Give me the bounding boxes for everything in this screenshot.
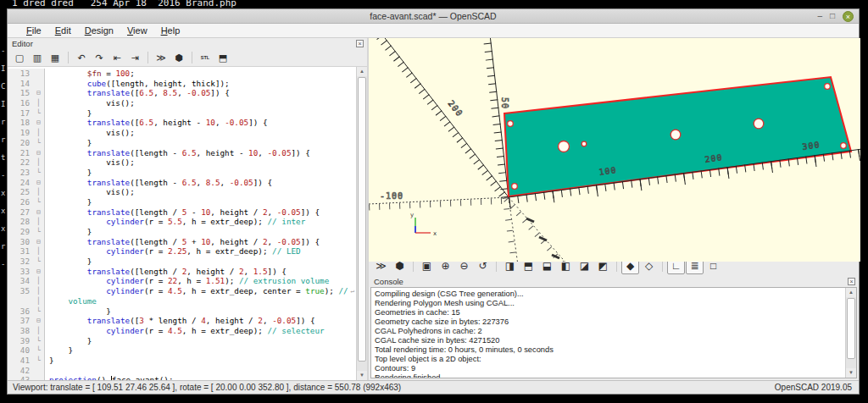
code-line[interactable]: 14 cube([length, height, thick]); <box>8 79 356 89</box>
code-text: $fn = 100; <box>45 69 135 79</box>
code-line[interactable]: 32└ } <box>8 257 356 267</box>
fold-marker: └ <box>33 138 45 148</box>
code-text: } <box>45 336 92 346</box>
code-line[interactable]: 20└ } <box>8 138 356 148</box>
code-line[interactable]: 15⊟ translate([6.5, 8.5, -0.05]) { <box>8 88 356 98</box>
fold-marker[interactable]: ⊟ <box>33 316 45 326</box>
code-text <box>45 366 49 376</box>
code-line[interactable]: 26└ } <box>8 197 356 207</box>
unindent-icon[interactable]: ⇤ <box>108 50 125 65</box>
close-icon[interactable]: × <box>843 11 854 22</box>
code-text: } <box>45 168 92 178</box>
editor-dock-close-icon[interactable]: × <box>356 40 364 47</box>
code-line[interactable]: 42 <box>8 366 356 376</box>
editor-scrollbar[interactable]: ▲ ▼ <box>356 67 367 380</box>
fold-marker: └ <box>33 306 45 317</box>
code-text: translate([length / 5 - 10, height / 2, … <box>45 207 320 218</box>
line-number <box>8 296 33 306</box>
line-number: 40 <box>8 345 33 356</box>
code-line[interactable]: 30⊟ translate([length / 5 + 10, height /… <box>8 237 356 247</box>
viewport-3d[interactable]: -100 100 200 300 200 50 y x <box>369 38 859 255</box>
menu-design[interactable]: Design <box>78 25 120 36</box>
code-line[interactable]: 27⊟ translate([length / 5 - 10, height /… <box>8 207 356 218</box>
console-scrollbar-thumb[interactable] <box>847 298 855 359</box>
console-line: Top level object is a 2D object: <box>375 355 844 364</box>
menu-view[interactable]: View <box>120 25 154 36</box>
menu-file[interactable]: File <box>19 25 48 36</box>
fold-marker[interactable]: ⊟ <box>33 88 45 98</box>
code-line[interactable]: 18⊟ translate([6.5, height - 10, -0.05])… <box>8 118 356 128</box>
fold-marker: │ <box>33 98 45 108</box>
code-line[interactable]: 37⊟ translate([3 * length / 4, height / … <box>8 316 356 326</box>
undo-icon[interactable]: ↶ <box>73 50 90 65</box>
menu-help[interactable]: Help <box>154 25 187 36</box>
code-line[interactable]: 41└} <box>8 356 356 366</box>
scrollbar-thumb[interactable] <box>358 77 366 362</box>
fold-marker[interactable]: ⊟ <box>33 207 45 218</box>
code-line[interactable]: 16│ vis(); <box>8 98 356 108</box>
code-line[interactable]: 31│ cylinder(r = 2.25, h = extr_deep); /… <box>8 246 356 257</box>
hole-center <box>670 130 681 140</box>
line-number: 31 <box>8 246 33 257</box>
code-text: translate([length / 2, height / 2, 1.5])… <box>45 267 287 277</box>
fold-marker <box>33 79 45 89</box>
open-file-icon[interactable]: ▥ <box>29 50 46 65</box>
code-text: cylinder(r = 5.5, h = extr_deep); // int… <box>45 217 305 227</box>
code-line[interactable]: 21⊟ translate([length - 6.5, height - 10… <box>8 148 356 158</box>
restore-icon[interactable]: □ <box>830 10 835 22</box>
fold-marker[interactable]: ⊟ <box>33 118 45 128</box>
code-line[interactable]: 28│ cylinder(r = 5.5, h = extr_deep); //… <box>8 217 356 227</box>
scroll-up-icon[interactable]: ▲ <box>357 67 367 76</box>
code-line[interactable]: 40└ } <box>8 345 356 356</box>
code-line[interactable]: 39└ } <box>8 336 356 346</box>
hole-led <box>581 141 587 146</box>
title-bar[interactable]: face-avant.scad* — OpenSCAD – □ × <box>8 9 859 24</box>
code-line[interactable]: 22│ vis(); <box>8 157 356 168</box>
code-text: vis(); <box>45 157 135 168</box>
code-editor[interactable]: 13 $fn = 100;14 cube([length, height, th… <box>8 67 367 380</box>
code-line[interactable]: 35│ cylinder(r = 4.5, h = extr_deep, cen… <box>8 286 356 296</box>
console-scroll-down-icon[interactable]: ▼ <box>846 368 856 378</box>
code-line[interactable]: 24⊟ translate([length - 6.5, 8.5, -0.05]… <box>8 178 356 188</box>
code-line[interactable]: 25│ vis(); <box>8 187 356 197</box>
console-output[interactable]: Compiling design (CSG Tree generation)..… <box>370 287 857 378</box>
code-text: translate([length - 6.5, 8.5, -0.05]) { <box>45 178 272 188</box>
fold-marker[interactable]: ⊟ <box>33 148 45 158</box>
code-line[interactable]: 19│ vis(); <box>8 128 356 138</box>
line-number: 38 <box>8 326 33 336</box>
save-icon[interactable]: ▦ <box>47 50 64 65</box>
code-line[interactable]: 13 $fn = 100; <box>8 69 356 79</box>
line-number: 19 <box>8 128 33 138</box>
console-scrollbar[interactable]: ▲ ▼ <box>845 288 856 378</box>
indent-icon[interactable]: ⇥ <box>126 50 143 65</box>
minimize-icon[interactable]: – <box>817 10 822 22</box>
console-lines: Compiling design (CSG Tree generation)..… <box>375 290 844 378</box>
menu-edit[interactable]: Edit <box>48 25 78 36</box>
fold-marker[interactable]: ⊟ <box>33 237 45 247</box>
console-scroll-up-icon[interactable]: ▲ <box>846 288 856 297</box>
line-number: 14 <box>8 79 33 89</box>
fold-marker[interactable]: ⊟ <box>33 178 45 188</box>
code-line[interactable]: 33⊟ translate([length / 2, height / 2, 1… <box>8 267 356 277</box>
code-line[interactable]: 34│ cylinder(r = 22, h = 1.51); // extru… <box>8 276 356 286</box>
code-line[interactable]: 17└ } <box>8 108 356 119</box>
export-stl-icon[interactable]: STL <box>197 50 214 65</box>
render-icon[interactable]: ⬢ <box>170 50 187 65</box>
redo-icon[interactable]: ↷ <box>91 50 108 65</box>
code-line[interactable]: 43projection() face_avant(); <box>8 375 356 380</box>
preview-icon[interactable]: ≫ <box>153 50 170 65</box>
code-line[interactable]: │ volume <box>8 296 356 306</box>
code-line[interactable]: 38│ cylinder(r = 4.5, h = extr_deep); //… <box>8 326 356 336</box>
console-dock-close-icon[interactable]: × <box>848 278 855 285</box>
fold-marker[interactable]: ⊟ <box>33 267 45 277</box>
new-file-icon[interactable]: ▢ <box>11 50 28 65</box>
code-text: } <box>45 257 92 267</box>
scroll-down-icon[interactable]: ▼ <box>357 371 367 380</box>
code-line[interactable]: 36└ } <box>8 306 356 317</box>
code-text: cylinder(r = 4.5, h = extr_deep, center … <box>45 286 353 296</box>
fold-marker: │ <box>33 276 45 286</box>
code-line[interactable]: 29└ } <box>8 227 356 237</box>
print-3d-icon[interactable]: ⬒ <box>214 50 231 65</box>
code-line[interactable]: 23└ } <box>8 168 356 178</box>
fold-marker: └ <box>33 108 45 119</box>
